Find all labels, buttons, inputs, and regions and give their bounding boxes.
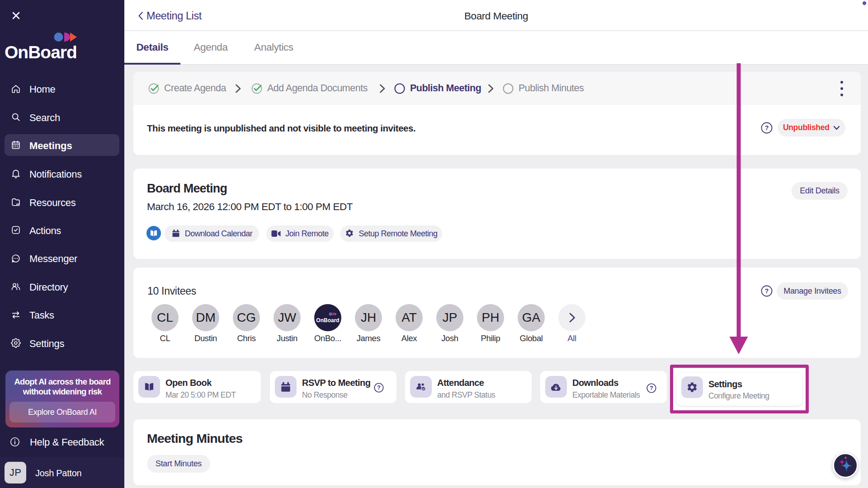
svg-text:OnBoard: OnBoard xyxy=(316,317,339,324)
svg-text:?: ? xyxy=(650,385,653,391)
svg-text:?: ? xyxy=(765,287,769,295)
svg-text:?: ? xyxy=(377,385,381,391)
svg-text:?: ? xyxy=(765,124,769,131)
